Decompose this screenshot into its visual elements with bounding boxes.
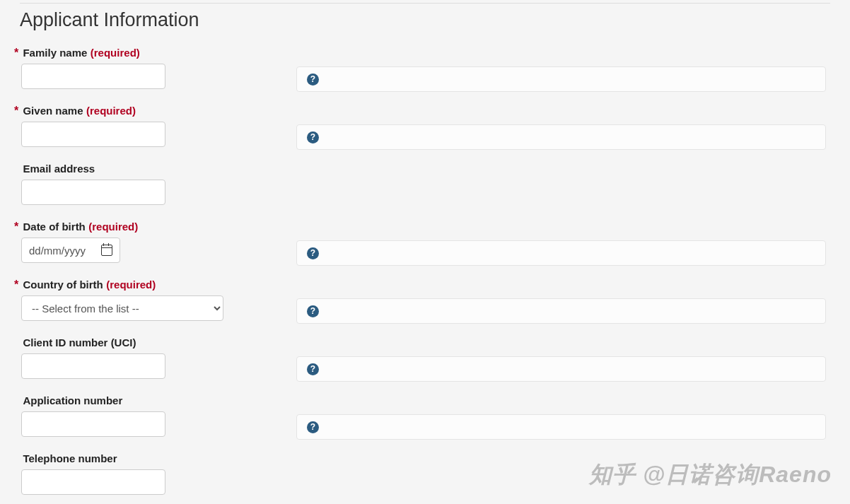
app-number-help-box: ? [296,414,826,440]
telephone-input[interactable] [21,469,165,495]
uci-label: Client ID number (UCI) [23,336,136,348]
required-star-empty [14,394,20,407]
country-select[interactable]: -- Select from the list -- [21,295,223,321]
field-country: * Country of birth (required) -- Select … [14,279,836,328]
country-label: Country of birth [23,279,103,291]
given-name-help-box: ? [296,124,826,150]
required-star: * [14,279,20,291]
applicant-information-form: Applicant Information * Family name (req… [0,3,850,502]
required-text: (required) [86,105,136,117]
given-name-input[interactable] [21,122,165,147]
required-star-empty [14,452,20,465]
given-name-label: Given name [23,105,83,117]
section-title: Applicant Information [20,9,830,31]
divider [20,3,830,4]
uci-help-box: ? [296,356,826,382]
dob-placeholder: dd/mm/yyyy [29,245,86,257]
family-name-input[interactable] [21,64,165,89]
help-icon[interactable]: ? [307,363,319,375]
help-icon[interactable]: ? [307,305,319,317]
country-help-box: ? [296,298,826,324]
help-icon[interactable]: ? [307,421,319,433]
required-star-empty [14,336,20,349]
email-label: Email address [23,163,95,175]
help-icon[interactable]: ? [307,247,319,259]
app-number-input[interactable] [21,411,165,437]
app-number-label: Application number [23,394,122,406]
dob-input[interactable]: dd/mm/yyyy [21,238,120,263]
help-icon[interactable]: ? [307,131,319,143]
uci-input[interactable] [21,353,165,379]
required-star-empty [14,163,20,175]
telephone-label: Telephone number [23,452,117,464]
field-dob: * Date of birth (required) dd/mm/yyyy ? [14,221,836,270]
required-text: (required) [88,221,138,233]
field-uci: Client ID number (UCI) ? [14,336,836,386]
calendar-icon[interactable] [101,245,112,256]
required-star: * [14,105,20,117]
field-telephone: Telephone number [14,452,836,502]
required-star: * [14,47,20,59]
email-input[interactable] [21,180,165,205]
dob-label: Date of birth [23,221,85,233]
field-family-name: * Family name (required) ? [14,47,836,96]
label-block: * Family name (required) [14,47,836,59]
field-application-number: Application number ? [14,394,836,444]
field-email: Email address [14,163,836,212]
help-icon[interactable]: ? [307,74,319,86]
required-star: * [14,221,20,233]
field-given-name: * Given name (required) ? [14,105,836,154]
required-text: (required) [91,47,140,59]
required-text: (required) [106,279,156,291]
family-name-help-box: ? [296,66,826,92]
family-name-label: Family name [23,47,87,59]
dob-help-box: ? [296,240,826,266]
